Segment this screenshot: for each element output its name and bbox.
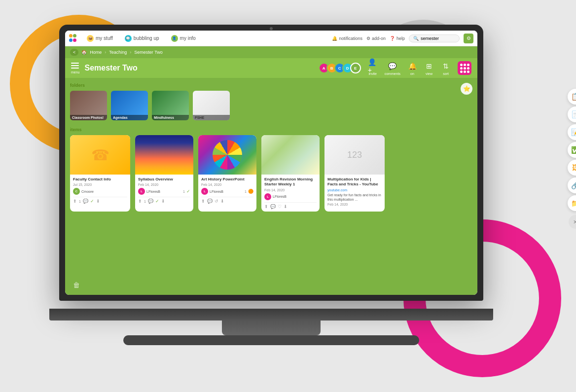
- item-faculty-contact[interactable]: ☎ Faculty Contact Info Jul 15, 2020 C Cm…: [70, 135, 130, 212]
- star-btn[interactable]: ⭐: [461, 83, 472, 95]
- item-body-english: English Revision Morning Starter Weekly …: [261, 175, 320, 212]
- tool-image-video[interactable]: 🖼 image/video: [568, 160, 576, 176]
- comment-icon-2[interactable]: 💬: [148, 199, 153, 204]
- search-box[interactable]: 🔍: [409, 35, 460, 42]
- dot-5: [464, 67, 466, 70]
- folder-agendas-label: Agendas: [111, 115, 148, 120]
- share-icon-3[interactable]: ⬆: [201, 199, 205, 204]
- username-cmoore: Cmoore: [81, 190, 94, 193]
- breadcrumb-sep-2: ›: [130, 50, 131, 55]
- item-body-syllabus: Syllabus Overview Feb 14, 2020 L LFlores…: [135, 175, 193, 206]
- check-icon-1[interactable]: ✓: [90, 199, 94, 204]
- laptop-body: 📦 my stuff 💬 bubbling up 👤 my info 🔔 not…: [59, 25, 483, 301]
- download-icon-4[interactable]: ⬇: [284, 204, 288, 209]
- menu-btn[interactable]: menu: [71, 63, 80, 74]
- item-date-syllabus: Feb 14, 2020: [138, 183, 190, 186]
- folder-mindfulness[interactable]: Mindfulness: [152, 91, 189, 120]
- tool-folder[interactable]: 📁 folder: [568, 195, 576, 211]
- laptop-camera: [270, 27, 273, 30]
- main-content: ⭐ folders Classroom Photos! Agendas Mind…: [65, 78, 477, 295]
- item-actions-english: ⬆ 💬 ♡ ⬇: [264, 202, 317, 209]
- view-icon: ⊞: [424, 61, 434, 71]
- invite-btn[interactable]: 👤+ invite: [368, 61, 378, 75]
- phone-icon: ☎: [91, 146, 109, 164]
- trash-btn[interactable]: 🗑: [73, 281, 80, 289]
- menu-label: menu: [71, 71, 80, 74]
- share-icon-2[interactable]: ⬆: [138, 199, 142, 204]
- comment-icon-3[interactable]: 💬: [207, 199, 213, 204]
- breadcrumb-bar: < 🏠 Home › Teaching › Semester Two: [65, 46, 477, 58]
- nav-addon[interactable]: ⚙ add-on: [366, 36, 386, 41]
- heart-icon-4[interactable]: ♡: [278, 204, 282, 209]
- download-icon-2[interactable]: ⬇: [161, 199, 165, 204]
- item-count-art: 1: [245, 190, 247, 193]
- avatar-5: E: [350, 63, 361, 73]
- comment-count-2: 1: [144, 200, 146, 203]
- nav-notifications[interactable]: 🔔 notifications: [332, 36, 362, 41]
- folder-pshe[interactable]: PSHE: [193, 91, 230, 120]
- bell-icon: 🔔: [332, 36, 337, 41]
- breadcrumb-sep-1: ›: [105, 50, 106, 55]
- tool-roll[interactable]: 📋 roll: [568, 89, 576, 105]
- item-date-faculty: Jul 15, 2020: [73, 183, 127, 186]
- dot-2: [464, 64, 466, 66]
- check-icon-syllabus: ✓: [186, 189, 190, 194]
- folder-agendas[interactable]: Agendas: [111, 91, 148, 120]
- tool-doc[interactable]: 📄 doc: [568, 107, 576, 122]
- avatar-stack[interactable]: A B C D E: [319, 63, 361, 73]
- item-english[interactable]: English Revision Morning Starter Weekly …: [261, 135, 320, 212]
- dot-4: [460, 67, 463, 70]
- item-img-phone: ☎: [70, 135, 130, 175]
- breadcrumb-current: Semester Two: [134, 50, 162, 55]
- item-date-youtube: Feb 14, 2020: [327, 203, 382, 206]
- laptop-foot: [123, 335, 419, 345]
- invite-icon: 👤+: [368, 61, 378, 71]
- refresh-icon-3[interactable]: ↺: [215, 199, 218, 204]
- comment-icon-1[interactable]: 💬: [83, 199, 88, 204]
- tool-link[interactable]: 🔗 link: [568, 178, 576, 193]
- search-settings-btn[interactable]: ⚙: [464, 34, 473, 43]
- item-user-faculty: C Cmoore: [73, 188, 127, 195]
- tool-note[interactable]: 📝 note: [568, 124, 576, 140]
- item-link-youtube[interactable]: youtube.com: [327, 188, 382, 192]
- logo-dot-blue: [69, 38, 72, 42]
- on-btn[interactable]: 🔔 on: [407, 61, 417, 75]
- folder-classroom[interactable]: Classroom Photos!: [70, 91, 107, 120]
- item-syllabus[interactable]: Syllabus Overview Feb 14, 2020 L LFlores…: [135, 135, 193, 212]
- nav-help[interactable]: ❓ help: [390, 36, 405, 41]
- dot-9: [467, 71, 469, 73]
- image-video-icon: 🖼: [568, 160, 576, 176]
- view-btn[interactable]: ⊞ view: [424, 61, 434, 75]
- breadcrumb-home[interactable]: Home: [90, 50, 102, 55]
- comment-icon-4[interactable]: 💬: [270, 204, 276, 209]
- download-icon-3[interactable]: ⬇: [220, 199, 224, 204]
- logo-icon: [69, 34, 78, 43]
- comments-btn[interactable]: 💬 comments: [385, 61, 400, 75]
- tool-checklist[interactable]: ✅ checklist: [568, 142, 576, 158]
- search-icon: 🔍: [413, 36, 419, 41]
- item-youtube[interactable]: 123 Multiplication for Kids | Facts and …: [324, 135, 385, 212]
- avatar-lfloresb-3: L: [264, 193, 271, 200]
- breadcrumb-teaching[interactable]: Teaching: [109, 50, 127, 55]
- nav-bubbling-up[interactable]: 💬 bubbling up: [122, 34, 162, 43]
- tool-panel: 📋 roll 📄 doc 📝 note ✅ checklist 🖼 image/…: [568, 89, 576, 229]
- breadcrumb-home-icon: 🏠: [81, 50, 87, 55]
- dot-3: [467, 64, 469, 66]
- share-icon-4[interactable]: ⬆: [264, 204, 268, 209]
- item-art-history[interactable]: Art History PowerPoint Feb 14, 2020 L LF…: [198, 135, 256, 212]
- search-input[interactable]: [421, 36, 455, 41]
- page-title: Semester Two: [85, 64, 138, 72]
- items-section-label: items: [70, 127, 472, 132]
- dots-menu-btn[interactable]: [458, 61, 471, 75]
- nav-my-info[interactable]: 👤 my info: [168, 34, 199, 43]
- pencils-visual: [213, 140, 242, 170]
- download-icon-1[interactable]: ⬇: [96, 199, 100, 204]
- share-icon[interactable]: ⬆: [73, 199, 77, 204]
- check-icon-2[interactable]: ✓: [155, 199, 159, 204]
- tool-close-btn[interactable]: ×: [569, 215, 576, 229]
- sort-btn[interactable]: ⇅ sort: [441, 61, 451, 75]
- breadcrumb-back-btn[interactable]: <: [70, 49, 78, 56]
- nav-my-stuff[interactable]: 📦 my stuff: [84, 34, 116, 43]
- folder-pshe-label: PSHE: [193, 115, 230, 120]
- checklist-icon: ✅: [568, 142, 576, 158]
